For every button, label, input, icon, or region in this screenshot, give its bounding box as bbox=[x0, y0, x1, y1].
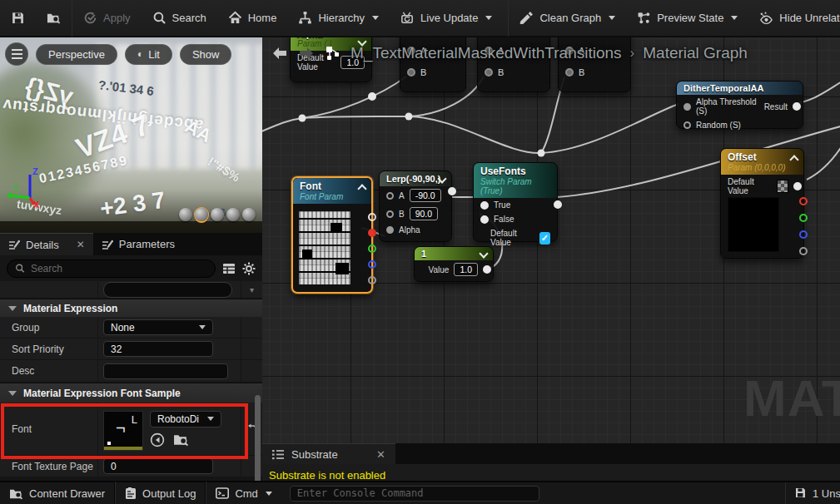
input-pin-alpha[interactable] bbox=[386, 226, 394, 234]
details-search-input[interactable] bbox=[31, 263, 207, 274]
cmd-selector-button[interactable]: Cmd bbox=[206, 482, 281, 504]
output-pin[interactable] bbox=[554, 200, 562, 209]
output-pin-rgb[interactable] bbox=[368, 213, 376, 221]
input-pin-true[interactable] bbox=[480, 201, 489, 210]
viewport-toolbar: Perspective ◐ Lit Show bbox=[5, 42, 231, 66]
default-value-checkbox[interactable]: ✓ bbox=[539, 232, 550, 245]
node-constant-1[interactable]: 1 Value 1.0 bbox=[414, 246, 494, 282]
input-pin-a[interactable] bbox=[386, 192, 394, 200]
node-dither-temporal-aa[interactable]: DitherTemporalAA Alpha Threshold (S) Res… bbox=[676, 81, 803, 129]
preview-shape-sphere-button[interactable] bbox=[195, 208, 208, 221]
node-title: UseFonts bbox=[480, 166, 550, 177]
display-filter-grid-icon[interactable] bbox=[222, 262, 236, 275]
back-arrow-icon[interactable] bbox=[271, 46, 289, 61]
node-usefonts-switch[interactable]: UseFonts Switch Param (True) True False … bbox=[473, 162, 558, 242]
row-desc: Desc bbox=[0, 360, 262, 383]
breadcrumb-root[interactable]: M_TextMaterialMaskedWithTransitions bbox=[350, 44, 622, 62]
details-search-box[interactable] bbox=[7, 259, 216, 278]
unreal-material-editor: Apply Search Home Hierarchy Live Update … bbox=[0, 0, 840, 504]
preview-state-button[interactable]: Preview State bbox=[626, 0, 748, 36]
output-pin[interactable] bbox=[793, 182, 802, 190]
use-selected-asset-icon[interactable] bbox=[150, 432, 165, 447]
output-pin-g[interactable] bbox=[368, 245, 376, 253]
font-asset-thumbnail[interactable]: ¬ L bbox=[103, 411, 143, 451]
input-pin-b[interactable] bbox=[386, 210, 394, 218]
output-pin[interactable] bbox=[368, 92, 376, 101]
output-pin-result[interactable] bbox=[793, 102, 801, 111]
live-update-button[interactable]: Live Update bbox=[390, 0, 503, 36]
console-command-box[interactable] bbox=[290, 486, 539, 502]
output-pin[interactable] bbox=[483, 265, 491, 274]
preview-shape-custom-mesh-button[interactable] bbox=[242, 208, 256, 221]
desc-input[interactable] bbox=[103, 363, 228, 379]
value-box[interactable]: 1.0 bbox=[454, 263, 478, 276]
default-value-swatch[interactable] bbox=[777, 180, 788, 193]
apply-button[interactable]: Apply bbox=[72, 0, 142, 36]
output-pin-r[interactable] bbox=[368, 229, 376, 237]
group-dropdown[interactable]: None bbox=[103, 319, 213, 335]
material-preview-viewport[interactable]: ?.'01 34 6 yZ{} abcdefghijklmnopqrstuv 0… bbox=[0, 37, 262, 233]
value-box-b[interactable]: 90.0 bbox=[410, 207, 438, 220]
gear-icon[interactable] bbox=[242, 262, 256, 275]
input-pin-false[interactable] bbox=[480, 215, 489, 224]
collapse-chevron-icon[interactable] bbox=[479, 249, 488, 258]
partial-input[interactable] bbox=[103, 282, 232, 298]
details-panel: Details ✕ Parameters ▾ Material Expres bbox=[0, 233, 262, 481]
show-button[interactable]: Show bbox=[180, 44, 232, 65]
search-button[interactable]: Search bbox=[142, 0, 217, 36]
node-offset-param[interactable]: Offset Param (0,0,0,0) Default Value bbox=[720, 148, 804, 259]
details-scrollbar[interactable] bbox=[255, 283, 261, 481]
console-command-input[interactable] bbox=[297, 487, 532, 499]
tab-close-icon[interactable]: ✕ bbox=[376, 448, 385, 461]
axis-gizmo: Z X Y bbox=[7, 166, 52, 210]
clean-graph-label: Clean Graph bbox=[539, 12, 601, 24]
unsaved-status[interactable]: * 1 Unsaved bbox=[785, 482, 840, 504]
section-material-expression[interactable]: Material Expression bbox=[0, 299, 262, 317]
value-box-a[interactable]: -90.0 bbox=[410, 189, 441, 202]
output-pin-g[interactable] bbox=[799, 214, 808, 222]
input-pin-alpha-threshold[interactable] bbox=[683, 103, 691, 111]
details-scrollbar-thumb[interactable] bbox=[255, 395, 261, 481]
font-texture-page-input[interactable]: 0 bbox=[103, 458, 213, 474]
hide-unrelated-button[interactable]: Hide Unrelated bbox=[748, 0, 840, 36]
home-button[interactable]: Home bbox=[217, 0, 288, 36]
output-pin-a[interactable] bbox=[799, 247, 808, 255]
node-lerp[interactable]: Lerp(-90,90,) A -90.0 B 90.0 Alpha bbox=[379, 170, 452, 242]
browse-to-asset-icon[interactable] bbox=[173, 432, 189, 447]
output-pin[interactable] bbox=[448, 187, 456, 195]
browse-to-asset-button[interactable] bbox=[36, 0, 72, 36]
desc-label: Desc bbox=[0, 360, 98, 382]
font-asset-dropdown[interactable]: RobotoDi bbox=[150, 411, 221, 427]
tab-parameters[interactable]: Parameters bbox=[93, 233, 183, 255]
forward-arrow-icon[interactable] bbox=[297, 46, 316, 61]
clean-graph-button[interactable]: Clean Graph bbox=[509, 0, 626, 36]
input-pin-b[interactable] bbox=[485, 68, 493, 77]
content-drawer-button[interactable]: Content Drawer bbox=[0, 482, 114, 504]
output-pin-a[interactable] bbox=[368, 276, 376, 284]
output-pin-b[interactable] bbox=[799, 230, 808, 239]
preview-shape-cylinder-button[interactable] bbox=[179, 208, 192, 221]
viewport-menu-button[interactable] bbox=[5, 42, 28, 66]
preview-shape-plane-button[interactable] bbox=[211, 208, 224, 221]
input-pin-random[interactable] bbox=[683, 121, 691, 129]
output-pin-r[interactable] bbox=[799, 197, 808, 205]
preview-shape-cube-button[interactable] bbox=[226, 208, 240, 221]
tab-details[interactable]: Details ✕ bbox=[0, 233, 93, 255]
material-graph-panel[interactable]: MAT Alpha Param ( ) bbox=[262, 37, 840, 443]
hierarchy-caret-icon bbox=[372, 16, 379, 20]
perspective-button[interactable]: Perspective bbox=[36, 44, 117, 65]
breadcrumb-current[interactable]: Material Graph bbox=[643, 44, 748, 62]
dropdown-caret-icon bbox=[199, 325, 206, 329]
output-log-button[interactable]: Output Log bbox=[116, 482, 205, 504]
save-button[interactable] bbox=[0, 0, 36, 36]
node-font-param[interactable]: Font Font Param bbox=[291, 176, 373, 294]
section-material-expression-font-sample[interactable]: Material Expression Font Sample bbox=[0, 383, 262, 403]
input-pin-b[interactable] bbox=[565, 68, 574, 77]
hierarchy-button[interactable]: Hierarchy bbox=[287, 0, 390, 36]
input-pin-b[interactable] bbox=[407, 68, 415, 77]
tab-close-icon[interactable]: ✕ bbox=[77, 239, 85, 250]
output-pin-b[interactable] bbox=[368, 260, 376, 269]
sort-priority-input[interactable]: 32 bbox=[103, 341, 213, 357]
tab-substrate[interactable]: Substrate ✕ bbox=[262, 443, 395, 464]
lit-button[interactable]: ◐ Lit bbox=[125, 44, 172, 65]
